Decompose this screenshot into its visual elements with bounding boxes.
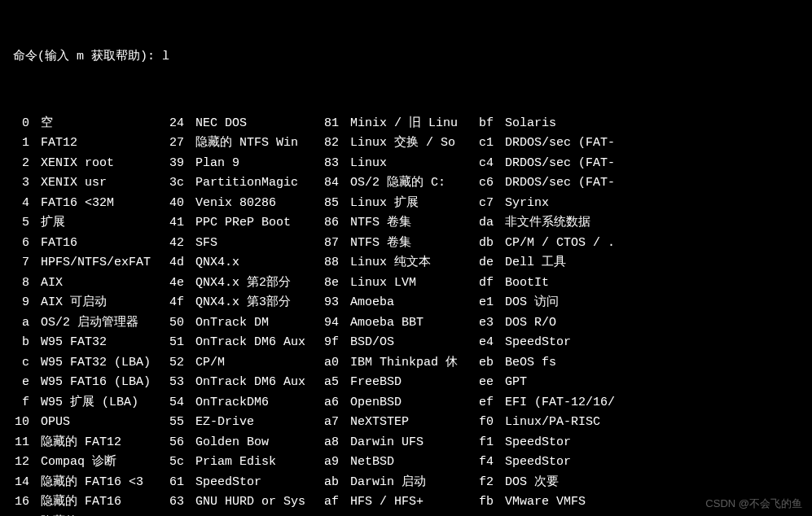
partition-name: OnTrack DM6 Aux	[195, 374, 319, 392]
partition-code: de	[477, 254, 502, 273]
partition-code: b7	[323, 514, 347, 517]
partition-code: 5	[13, 214, 37, 233]
partition-name: DOS 次要	[505, 474, 652, 492]
partition-name: Solaris	[505, 115, 652, 133]
partition-code: 81	[323, 115, 347, 133]
partition-name: Compaq 诊断	[41, 453, 165, 472]
partition-name: BSDI fs	[350, 514, 474, 517]
partition-code: e3	[477, 314, 502, 333]
partition-name: XENIX usr	[41, 174, 165, 193]
terminal-output: 命令(输入 m 获取帮助): l 0空24NEC DOS81Minix / 旧 …	[0, 0, 812, 516]
partition-code: a7	[323, 413, 347, 432]
partition-code: 61	[168, 474, 192, 492]
partition-name: VMware VMKCORE	[505, 514, 652, 517]
partition-code: 54	[168, 394, 192, 413]
partition-code: db	[477, 234, 502, 253]
partition-name: XENIX root	[41, 155, 165, 173]
partition-code: 82	[323, 134, 347, 153]
partition-code: 8	[13, 274, 37, 293]
partition-name: 隐藏的 FAT12	[41, 434, 165, 453]
partition-code: 8e	[323, 274, 347, 293]
partition-code: 42	[168, 234, 192, 253]
partition-code: 52	[168, 354, 192, 373]
partition-code: 56	[168, 434, 192, 453]
partition-code: a9	[323, 453, 347, 472]
partition-code: 3c	[168, 174, 192, 193]
partition-name: GPT	[505, 374, 652, 392]
partition-code: da	[477, 214, 502, 233]
partition-name: Darwin 启动	[350, 474, 474, 492]
partition-name: Darwin UFS	[350, 434, 474, 453]
partition-name: OnTrack DM	[195, 314, 319, 333]
partition-code: 4d	[168, 254, 192, 273]
partition-name: W95 扩展 (LBA)	[41, 394, 165, 413]
partition-code: 88	[323, 254, 347, 273]
partition-code: c6	[477, 174, 502, 193]
command-prompt[interactable]: 命令(输入 m 获取帮助): l	[13, 48, 799, 67]
partition-code: 83	[323, 155, 347, 173]
partition-name: FAT12	[41, 134, 165, 153]
partition-code: 6	[13, 234, 37, 253]
partition-name: Venix 80286	[195, 195, 319, 213]
partition-name: EZ-Drive	[195, 413, 319, 432]
partition-code: 14	[13, 474, 37, 492]
partition-code: 86	[323, 214, 347, 233]
partition-code: 40	[168, 195, 192, 213]
partition-code: df	[477, 274, 502, 293]
partition-name: AIX 可启动	[41, 294, 165, 313]
partition-code: a5	[323, 374, 347, 392]
partition-name: Novell Netware	[195, 514, 319, 517]
partition-name: HPFS/NTFS/exFAT	[41, 254, 165, 273]
partition-code: b	[13, 334, 37, 352]
partition-code: ef	[477, 394, 502, 413]
partition-code: 4f	[168, 294, 192, 313]
partition-name: Linux 扩展	[350, 195, 474, 213]
partition-code: 9	[13, 294, 37, 313]
partition-code: e1	[477, 294, 502, 313]
partition-code: a6	[323, 394, 347, 413]
partition-code: af	[323, 493, 347, 512]
partition-code: a8	[323, 434, 347, 453]
partition-code: 84	[323, 174, 347, 193]
partition-name: FreeBSD	[350, 374, 474, 392]
partition-name: 非文件系统数据	[505, 214, 652, 233]
partition-name: PPC PReP Boot	[195, 214, 319, 233]
partition-name: HFS / HFS+	[350, 493, 474, 512]
partition-name: EFI (FAT-12/16/	[505, 394, 652, 413]
partition-code: 64	[168, 514, 192, 517]
partition-name: SpeedStor	[505, 334, 652, 352]
partition-name: 隐藏的 NTFS Win	[195, 134, 319, 153]
partition-name: Priam Edisk	[195, 453, 319, 472]
partition-name: Linux 纯文本	[350, 254, 474, 273]
partition-name: SpeedStor	[505, 434, 652, 453]
partition-name: DOS 访问	[505, 294, 652, 313]
partition-code: 27	[168, 134, 192, 153]
partition-name: Linux	[350, 155, 474, 173]
partition-name: BSD/OS	[350, 334, 474, 352]
partition-name: IBM Thinkpad 休	[350, 354, 474, 373]
partition-code: 53	[168, 374, 192, 392]
partition-code: c7	[477, 195, 502, 213]
partition-code: c4	[477, 155, 502, 173]
partition-name: W95 FAT32 (LBA)	[41, 354, 165, 373]
partition-code: 55	[168, 413, 192, 432]
partition-code: c1	[477, 134, 502, 153]
partition-code: 41	[168, 214, 192, 233]
partition-code: 4e	[168, 274, 192, 293]
partition-name: NTFS 卷集	[350, 234, 474, 253]
partition-name: FAT16 <32M	[41, 195, 165, 213]
partition-code: 4	[13, 195, 37, 213]
partition-code: 3	[13, 174, 37, 193]
partition-name: 隐藏的 FAT16 <3	[41, 474, 165, 492]
partition-code: fb	[477, 493, 502, 512]
partition-name: 隐藏的 HPFS/NTF	[41, 514, 165, 517]
partition-name: CP/M	[195, 354, 319, 373]
partition-name: Amoeba	[350, 294, 474, 313]
partition-code: 5c	[168, 453, 192, 472]
partition-name: Linux 交换 / So	[350, 134, 474, 153]
partition-name: NTFS 卷集	[350, 214, 474, 233]
partition-name: OnTrack DM6 Aux	[195, 334, 319, 352]
partition-name: BeOS fs	[505, 354, 652, 373]
partition-code: e4	[477, 334, 502, 352]
partition-name: VMware VMFS	[505, 493, 652, 512]
